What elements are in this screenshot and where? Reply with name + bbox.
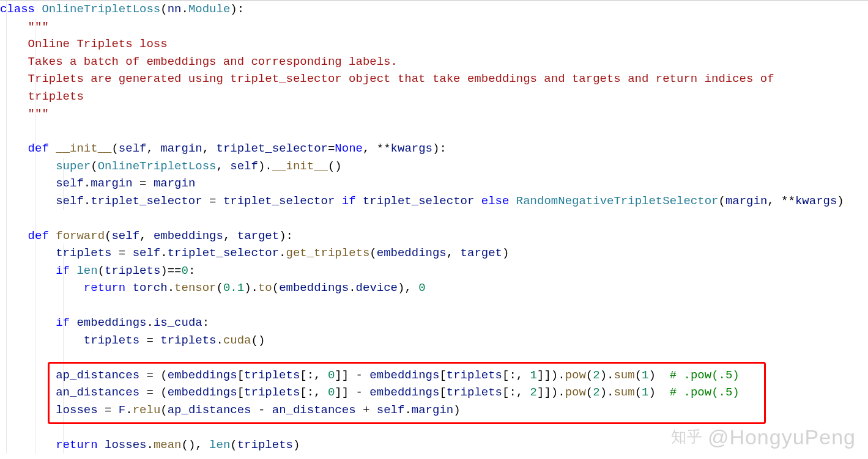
- code-line: """: [0, 105, 868, 123]
- code-line-blank: [0, 123, 868, 141]
- code-line: self.margin = margin: [0, 175, 868, 193]
- code-line: self.triplet_selector = triplet_selector…: [0, 193, 868, 210]
- code-line: Online Triplets loss: [0, 35, 868, 53]
- code-line: super(OnlineTripletLoss, self).__init__(…: [0, 158, 868, 175]
- code-line: if embeddings.is_cuda:: [0, 314, 868, 332]
- code-line: triplets = triplets.cuda(): [0, 332, 868, 350]
- code-line: """: [0, 18, 868, 36]
- comment: # .pow(.5): [670, 386, 740, 399]
- code-line-highlighted: ap_distances = (embeddings[triplets[:, 0…: [0, 367, 868, 384]
- code-line: Takes a batch of embeddings and correspo…: [0, 53, 868, 71]
- code-line: return torch.tensor(0.1).to(embeddings.d…: [0, 279, 868, 297]
- code-line: class OnlineTripletLoss(nn.Module):: [0, 1, 868, 18]
- code-line: triplets = self.triplet_selector.get_tri…: [0, 244, 868, 262]
- docstring-quote: """: [28, 107, 49, 120]
- code-line-blank: [0, 210, 868, 227]
- keyword-class: class: [0, 2, 35, 16]
- code-editor: class OnlineTripletLoss(nn.Module): """ …: [0, 0, 868, 453]
- class-name: OnlineTripletLoss: [42, 2, 160, 16]
- code-line-blank: [0, 297, 868, 315]
- code-line: def forward(self, embeddings, target):: [0, 227, 868, 245]
- comment: # .pow(.5): [670, 369, 740, 382]
- code-line: return losses.mean(), len(triplets): [0, 436, 868, 454]
- docstring-text: triplets: [28, 90, 84, 103]
- code-line: def __init__(self, margin, triplet_selec…: [0, 140, 868, 158]
- docstring-text: Online Triplets loss: [28, 37, 168, 51]
- code-line: triplets: [0, 88, 868, 106]
- docstring-text: Triplets are generated using triplet_sel…: [28, 72, 781, 86]
- code-line-blank: [0, 419, 868, 436]
- code-line: if len(triplets)==0:: [0, 262, 868, 280]
- docstring-quote: """: [28, 20, 49, 34]
- code-line-highlighted: an_distances = (embeddings[triplets[:, 0…: [0, 384, 868, 402]
- method-init: __init__: [56, 142, 111, 155]
- method-forward: forward: [56, 229, 105, 243]
- code-line-highlighted: losses = F.relu(ap_distances - an_distan…: [0, 402, 868, 419]
- docstring-text: Takes a batch of embeddings and correspo…: [28, 55, 398, 68]
- code-line: Triplets are generated using triplet_sel…: [0, 70, 868, 88]
- code-line-blank: [0, 349, 868, 367]
